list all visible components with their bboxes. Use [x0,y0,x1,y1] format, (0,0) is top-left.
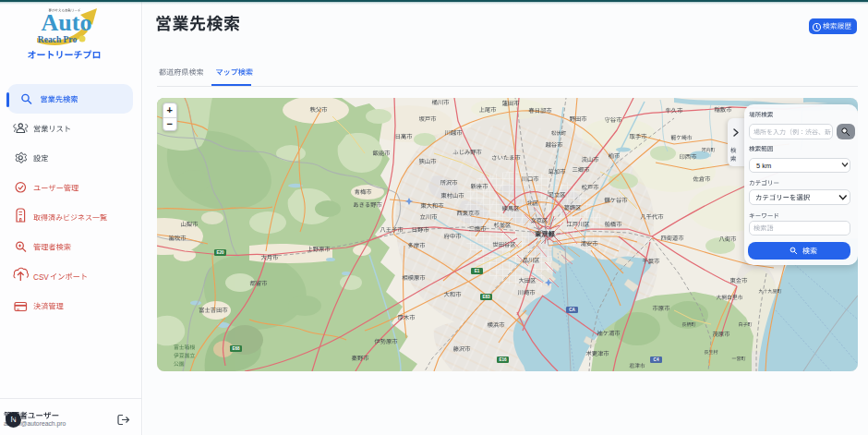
svg-text:CA: CA [569,308,575,312]
svg-text:E16: E16 [499,357,507,362]
svg-text:E20: E20 [216,250,224,255]
svg-text:E1: E1 [475,269,480,273]
svg-text:C4: C4 [654,357,659,362]
svg-text:Reach Pro: Reach Pro [38,35,78,44]
svg-text:E83: E83 [482,295,490,299]
svg-text:E68: E68 [232,346,240,351]
svg-text:Auto: Auto [42,9,92,36]
